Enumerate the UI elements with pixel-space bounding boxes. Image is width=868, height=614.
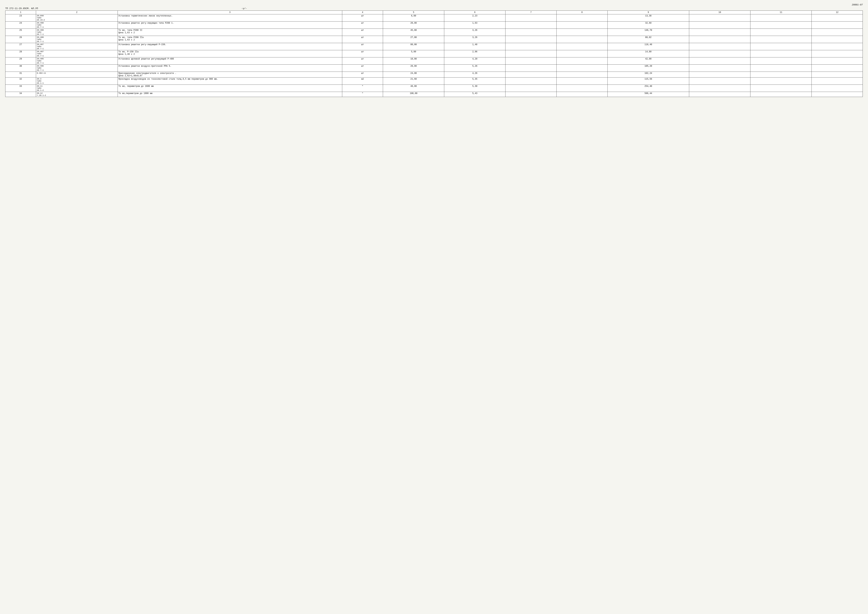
main-table: 1 2 3 4 5 6 7 8 9 10 11 12 2320–660 табл… [5, 11, 863, 97]
row-num: 24 [5, 22, 36, 29]
col-header-8: 8 [556, 11, 608, 14]
row-code: 20–660 табл 20.15–2 [36, 14, 118, 22]
sub-header: ТП 272-11-29.85СМ. АЛ.УП -у/- [5, 7, 863, 10]
row-col11 [750, 22, 812, 29]
row-desc: Установка решетки воздухо-приточной РРА … [118, 65, 342, 72]
row-total: 105,20 [608, 65, 689, 72]
row-col7 [505, 50, 556, 57]
row-col8 [556, 43, 608, 50]
col-header-11: 11 [750, 11, 812, 14]
row-total: 42,00 [608, 57, 689, 65]
row-unit: шт [342, 29, 383, 36]
row-price: 5,35 [444, 78, 505, 85]
row-col10 [689, 65, 750, 72]
row-col10 [689, 14, 750, 22]
row-desc: Установка решеток регу-лирующих типа Р20… [118, 22, 342, 29]
row-col7 [505, 43, 556, 50]
row-col7 [505, 92, 556, 97]
row-col10 [689, 22, 750, 29]
row-unit: м2 [342, 78, 383, 85]
row-col11 [750, 29, 812, 36]
row-price: 5,43 [444, 92, 505, 97]
row-total: 88,02 [608, 36, 689, 43]
col-header-4: 4 [342, 11, 383, 14]
row-col8 [556, 92, 608, 97]
row-price: 2,96 [444, 50, 505, 57]
row-col10 [689, 78, 750, 85]
row-price: 1,63 [444, 22, 505, 29]
row-code: 20–408 табл 20.7–1 [36, 36, 118, 43]
row-col12 [812, 14, 863, 22]
row-col8 [556, 72, 608, 78]
row-col7 [505, 78, 556, 85]
row-num: 31 [5, 72, 36, 78]
row-code: 20–3 табл 20.1–1 [36, 78, 118, 85]
table-row: 3020–406 табл 20.7–1Установка решетки во… [5, 65, 863, 72]
row-total: 118,40 [608, 43, 689, 50]
row-qty: 27,00 [383, 36, 444, 43]
row-qty: 20,00 [383, 65, 444, 72]
table-row: 2920–405 табл 20.7–1Установка щелевой ре… [5, 57, 863, 65]
column-headers: 1 2 3 4 5 6 7 8 9 10 11 12 [5, 11, 863, 14]
row-col8 [556, 57, 608, 65]
row-qty: 48,00 [383, 85, 444, 92]
row-qty: 45,00 [383, 29, 444, 36]
table-row: 2420–408 табл 20.7–1Установка решеток ре… [5, 22, 863, 29]
row-col12 [812, 78, 863, 85]
row-col11 [750, 85, 812, 92]
row-code: 20–11 табл 20.1–2 [36, 85, 118, 92]
table-row: 2620–408 табл 20.7–1То же, типа Р200 IIа… [5, 36, 863, 43]
row-qty: 6,00 [383, 14, 444, 22]
row-total: 586,44 [608, 92, 689, 97]
row-price: 1,48 [444, 43, 505, 50]
col-header-2: 2 [36, 11, 118, 14]
row-col10 [689, 43, 750, 50]
row-desc: То же,периметром до 1800 мм [118, 92, 342, 97]
row-unit: шт [342, 22, 383, 29]
row-col12 [812, 22, 863, 29]
row-unit: шт [342, 36, 383, 43]
row-unit: шт [342, 50, 383, 57]
row-price: 4,20 [444, 57, 505, 65]
row-col8 [556, 85, 608, 92]
row-unit: шт [342, 43, 383, 50]
row-unit: шт [342, 57, 383, 65]
row-qty: 10,00 [383, 57, 444, 65]
row-col8 [556, 78, 608, 85]
row-unit: " [342, 92, 383, 97]
row-col12 [812, 29, 863, 36]
row-col12 [812, 72, 863, 78]
row-col12 [812, 36, 863, 43]
row-num: 27 [5, 43, 36, 50]
row-price: 3,26 [444, 36, 505, 43]
row-code: 20–406 табл 20.7–1 [36, 65, 118, 72]
table-row: 2320–660 табл 20.15–2Установка герметиче… [5, 14, 863, 22]
doc-number: 20881-07 [852, 3, 863, 6]
row-col11 [750, 57, 812, 65]
page-marker: -у/- [38, 7, 450, 10]
row-desc: Установка герметических люков неутепленн… [118, 14, 342, 22]
row-unit: " [342, 85, 383, 92]
row-price: 5,30 [444, 85, 505, 92]
row-desc: То же, типа Р200 IIа Цена 1,63 х 2 [118, 36, 342, 43]
row-col12 [812, 92, 863, 97]
row-num: 32 [5, 78, 36, 85]
row-col12 [812, 65, 863, 72]
row-col8 [556, 36, 608, 43]
page-header: 20881-07 [5, 3, 863, 6]
row-total: 146,70 [608, 29, 689, 36]
table-row: 2720–407 табл 20.7–1Установка решетки ре… [5, 43, 863, 50]
col-header-9: 9 [608, 11, 689, 14]
row-code: 20–407 табл 20.7–1 [36, 43, 118, 50]
row-col10 [689, 29, 750, 36]
table-row: 3220–3 табл 20.1–1Прокладка воздуховодов… [5, 78, 863, 85]
row-col8 [556, 22, 608, 29]
row-num: 25 [5, 29, 36, 36]
table-row: 2520–408 табл 20.7–1То же, типа Р200 II … [5, 29, 863, 36]
row-desc: Установка щелевой решетки регулирующей Р… [118, 57, 342, 65]
col-header-3: 3 [118, 11, 342, 14]
row-col11 [750, 14, 812, 22]
row-code: 20–408 табл 20.7–1 [36, 22, 118, 29]
table-row: 3320–11 табл 20.1–2То же, периметром до … [5, 85, 863, 92]
col-header-7: 7 [505, 11, 556, 14]
